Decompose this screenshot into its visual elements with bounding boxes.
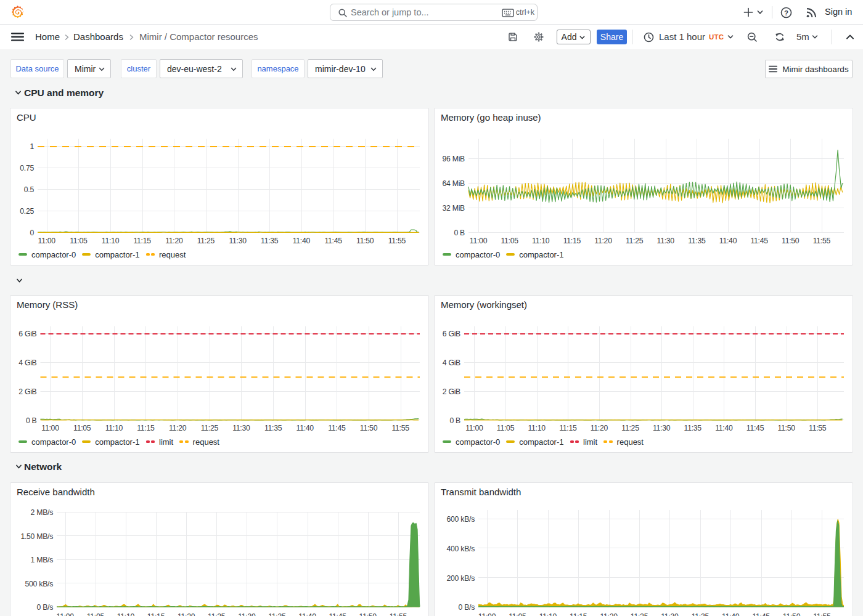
svg-text:11:10: 11:10 (102, 237, 120, 245)
svg-text:11:35: 11:35 (688, 237, 706, 245)
svg-text:11:40: 11:40 (298, 612, 316, 616)
svg-text:11:20: 11:20 (600, 612, 618, 616)
svg-text:?: ? (784, 9, 788, 17)
svg-text:6 GiB: 6 GiB (18, 330, 36, 338)
svg-text:11:15: 11:15 (563, 237, 581, 245)
svg-text:1.50 MB/s: 1.50 MB/s (20, 532, 53, 541)
svg-text:11:30: 11:30 (661, 612, 679, 616)
svg-text:11:15: 11:15 (559, 424, 577, 432)
svg-text:11:30: 11:30 (229, 237, 247, 245)
svg-text:11:55: 11:55 (390, 612, 407, 616)
svg-text:11:25: 11:25 (197, 237, 215, 245)
svg-text:11:05: 11:05 (70, 237, 88, 245)
svg-text:11:50: 11:50 (360, 424, 378, 432)
svg-text:11:25: 11:25 (201, 424, 219, 432)
svg-text:96 MiB: 96 MiB (443, 155, 465, 163)
svg-text:11:00: 11:00 (41, 424, 59, 432)
svg-text:11:50: 11:50 (783, 612, 801, 616)
svg-text:11:50: 11:50 (782, 237, 800, 245)
svg-text:11:45: 11:45 (329, 612, 346, 616)
svg-text:11:55: 11:55 (391, 424, 409, 432)
svg-text:11:55: 11:55 (809, 424, 827, 432)
svg-text:11:30: 11:30 (653, 424, 671, 432)
svg-text:11:25: 11:25 (621, 424, 639, 432)
svg-text:1: 1 (30, 142, 34, 151)
svg-text:11:50: 11:50 (777, 424, 795, 432)
svg-text:32 MiB: 32 MiB (443, 204, 465, 213)
svg-text:11:00: 11:00 (38, 237, 56, 245)
svg-text:1 MB/s: 1 MB/s (31, 556, 54, 564)
svg-text:11:00: 11:00 (470, 237, 488, 245)
svg-text:11:20: 11:20 (178, 612, 195, 616)
svg-text:500 kB/s: 500 kB/s (25, 580, 54, 588)
svg-text:11:05: 11:05 (509, 612, 526, 616)
svg-text:11:15: 11:15 (570, 612, 587, 616)
svg-text:11:50: 11:50 (356, 237, 374, 245)
svg-text:2 MB/s: 2 MB/s (31, 508, 54, 517)
svg-text:11:40: 11:40 (293, 237, 311, 245)
svg-text:0 B: 0 B (26, 416, 37, 425)
svg-text:11:15: 11:15 (133, 237, 151, 245)
svg-text:0 B/s: 0 B/s (458, 603, 475, 612)
svg-text:11:45: 11:45 (324, 237, 342, 245)
svg-text:4 GiB: 4 GiB (443, 359, 460, 367)
svg-text:11:55: 11:55 (388, 237, 406, 245)
svg-text:11:40: 11:40 (722, 612, 740, 616)
svg-text:11:30: 11:30 (232, 424, 250, 432)
svg-text:11:20: 11:20 (594, 237, 612, 245)
svg-text:6 GiB: 6 GiB (443, 330, 460, 338)
svg-text:11:45: 11:45 (746, 424, 764, 432)
svg-text:11:25: 11:25 (631, 612, 648, 616)
svg-text:11:05: 11:05 (87, 612, 105, 616)
svg-text:11:45: 11:45 (750, 237, 768, 245)
svg-text:11:30: 11:30 (238, 612, 256, 616)
svg-text:11:35: 11:35 (268, 612, 286, 616)
svg-text:11:20: 11:20 (169, 424, 187, 432)
svg-text:0 B/s: 0 B/s (36, 603, 53, 612)
svg-text:11:40: 11:40 (715, 424, 733, 432)
svg-text:11:45: 11:45 (752, 612, 770, 616)
svg-text:11:35: 11:35 (261, 237, 279, 245)
svg-text:11:35: 11:35 (692, 612, 710, 616)
svg-text:11:20: 11:20 (165, 237, 183, 245)
svg-text:11:25: 11:25 (626, 237, 644, 245)
svg-text:4 GiB: 4 GiB (18, 359, 36, 367)
svg-text:11:15: 11:15 (147, 612, 165, 616)
svg-text:11:05: 11:05 (497, 424, 515, 432)
svg-text:11:40: 11:40 (719, 237, 737, 245)
svg-text:0 B: 0 B (454, 229, 465, 237)
svg-text:11:10: 11:10 (528, 424, 546, 432)
svg-text:11:25: 11:25 (208, 612, 226, 616)
svg-text:11:40: 11:40 (297, 424, 314, 432)
svg-text:11:50: 11:50 (359, 612, 377, 616)
svg-text:11:35: 11:35 (264, 424, 282, 432)
svg-text:11:35: 11:35 (684, 424, 702, 432)
svg-text:11:15: 11:15 (137, 424, 155, 432)
svg-text:11:20: 11:20 (591, 424, 608, 432)
svg-text:11:10: 11:10 (532, 237, 550, 245)
svg-text:11:10: 11:10 (105, 424, 123, 432)
svg-text:11:30: 11:30 (657, 237, 675, 245)
svg-text:600 kB/s: 600 kB/s (447, 515, 475, 524)
svg-text:11:00: 11:00 (57, 612, 75, 616)
svg-text:64 MiB: 64 MiB (443, 179, 465, 188)
svg-text:0.75: 0.75 (20, 164, 34, 172)
svg-text:200 kB/s: 200 kB/s (447, 574, 475, 583)
svg-text:11:45: 11:45 (328, 424, 346, 432)
svg-text:0: 0 (30, 229, 34, 237)
svg-text:2 GiB: 2 GiB (18, 387, 36, 396)
svg-text:11:05: 11:05 (501, 237, 518, 245)
svg-text:0.25: 0.25 (20, 207, 34, 216)
svg-text:11:00: 11:00 (478, 612, 496, 616)
svg-text:11:00: 11:00 (465, 424, 483, 432)
svg-text:400 kB/s: 400 kB/s (447, 545, 475, 553)
svg-text:11:10: 11:10 (117, 612, 135, 616)
svg-text:11:05: 11:05 (73, 424, 91, 432)
svg-text:2 GiB: 2 GiB (443, 387, 460, 396)
svg-text:11:55: 11:55 (813, 237, 831, 245)
svg-text:0 B: 0 B (449, 416, 460, 425)
svg-text:11:10: 11:10 (539, 612, 557, 616)
svg-text:11:55: 11:55 (813, 612, 831, 616)
svg-text:0.5: 0.5 (24, 185, 35, 194)
